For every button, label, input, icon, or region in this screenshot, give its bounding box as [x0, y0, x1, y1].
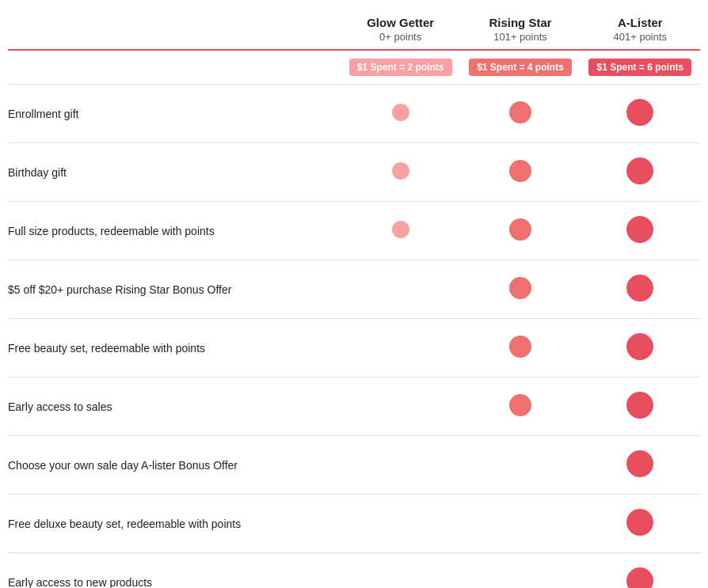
tier-points-glow: 0+ points — [341, 31, 460, 43]
feature-row: Early access to sales — [8, 377, 700, 436]
dot-glow — [387, 275, 414, 302]
feature-row: Early access to new products — [8, 553, 700, 588]
dot-glow — [392, 162, 409, 180]
feature-label: Birthday gift — [8, 166, 341, 179]
dot-alister — [626, 157, 653, 184]
dot-alister — [626, 275, 653, 302]
dot-cell-rising — [460, 218, 580, 243]
badge-rising: $1 Spent = 4 points — [469, 59, 572, 76]
dot-glow — [392, 104, 409, 121]
dot-alister — [626, 509, 653, 536]
feature-label: $5 off $20+ purchase Rising Star Bonus O… — [8, 283, 341, 296]
feature-row: Choose your own sale day A-lister Bonus … — [8, 436, 700, 495]
dot-alister — [626, 99, 653, 126]
dot-cell-alister — [580, 157, 700, 187]
badge-col-glow: $1 Spent = 2 points — [341, 59, 460, 76]
dot-cell-rising — [460, 509, 580, 538]
feature-label: Early access to sales — [8, 400, 341, 413]
dot-rising — [507, 567, 534, 588]
dot-glow — [387, 450, 414, 477]
feature-label: Choose your own sale day A-lister Bonus … — [8, 459, 341, 472]
dot-rising — [509, 277, 531, 299]
dot-rising — [509, 394, 531, 416]
feature-row: Enrollment gift — [8, 85, 700, 143]
dot-cell-glow — [341, 275, 460, 304]
dot-cell-alister — [580, 275, 700, 304]
dot-cell-alister — [580, 392, 700, 421]
dot-glow — [387, 333, 414, 360]
dot-cell-alister — [580, 450, 700, 480]
dot-cell-glow — [341, 392, 460, 421]
dot-glow — [387, 509, 414, 536]
dot-cell-alister — [580, 509, 700, 538]
dot-alister — [626, 450, 653, 477]
feature-rows: Enrollment giftBirthday giftFull size pr… — [8, 85, 700, 588]
badge-row: $1 Spent = 2 points $1 Spent = 4 points … — [8, 51, 700, 85]
dot-rising — [507, 450, 534, 477]
feature-label: Enrollment gift — [8, 108, 341, 120]
dot-cell-glow — [341, 221, 460, 241]
dot-cell-glow — [341, 104, 460, 123]
dot-cell-glow — [341, 333, 460, 362]
feature-label: Early access to new products — [8, 576, 341, 589]
dot-alister — [626, 392, 653, 419]
tier-name-alister: A-Lister — [580, 16, 700, 29]
dot-cell-glow — [341, 567, 460, 588]
dot-rising — [509, 336, 531, 358]
dot-cell-rising — [460, 336, 580, 360]
dot-glow — [387, 567, 414, 588]
feature-label: Free beauty set, redeemable with points — [8, 342, 341, 355]
dot-glow — [392, 221, 409, 238]
badge-glow: $1 Spent = 2 points — [349, 59, 452, 76]
dot-cell-rising — [460, 101, 580, 126]
tier-points-rising: 101+ points — [460, 31, 580, 43]
feature-row: Birthday gift — [8, 143, 700, 202]
dot-cell-glow — [341, 450, 460, 480]
feature-row: Free beauty set, redeemable with points — [8, 319, 700, 377]
feature-row: $5 off $20+ purchase Rising Star Bonus O… — [8, 260, 700, 319]
dot-cell-alister — [580, 216, 700, 245]
tier-points-alister: 401+ points — [580, 31, 700, 43]
badge-col-alister: $1 Spent = 6 points — [580, 59, 700, 76]
dot-cell-glow — [341, 162, 460, 182]
dot-rising — [509, 101, 531, 123]
dot-cell-glow — [341, 509, 460, 538]
comparison-table: Glow Getter 0+ points Rising Star 101+ p… — [0, 0, 708, 588]
dot-alister — [626, 216, 653, 243]
tier-name-glow: Glow Getter — [341, 16, 460, 29]
feature-label: Full size products, redeemable with poin… — [8, 225, 341, 237]
tier-col-alister: A-Lister 401+ points — [580, 16, 700, 43]
dot-alister — [626, 333, 653, 360]
dot-glow — [387, 392, 414, 419]
dot-rising — [509, 160, 531, 182]
header-row: Glow Getter 0+ points Rising Star 101+ p… — [8, 16, 700, 51]
dot-cell-rising — [460, 394, 580, 419]
dot-cell-alister — [580, 333, 700, 362]
tier-col-rising: Rising Star 101+ points — [460, 16, 580, 43]
dot-cell-alister — [580, 99, 700, 128]
dot-cell-rising — [460, 277, 580, 302]
dot-rising — [507, 509, 534, 536]
dot-cell-alister — [580, 567, 700, 588]
feature-label: Free deluxe beauty set, redeemable with … — [8, 518, 341, 530]
tier-name-rising: Rising Star — [460, 16, 580, 29]
dot-alister — [626, 567, 653, 588]
feature-row: Free deluxe beauty set, redeemable with … — [8, 495, 700, 553]
dot-cell-rising — [460, 160, 580, 184]
tier-col-glow: Glow Getter 0+ points — [341, 16, 460, 43]
badge-col-rising: $1 Spent = 4 points — [460, 59, 580, 76]
feature-row: Full size products, redeemable with poin… — [8, 202, 700, 260]
dot-cell-rising — [460, 567, 580, 588]
badge-alister: $1 Spent = 6 points — [588, 59, 691, 76]
dot-cell-rising — [460, 450, 580, 480]
dot-rising — [509, 218, 531, 241]
